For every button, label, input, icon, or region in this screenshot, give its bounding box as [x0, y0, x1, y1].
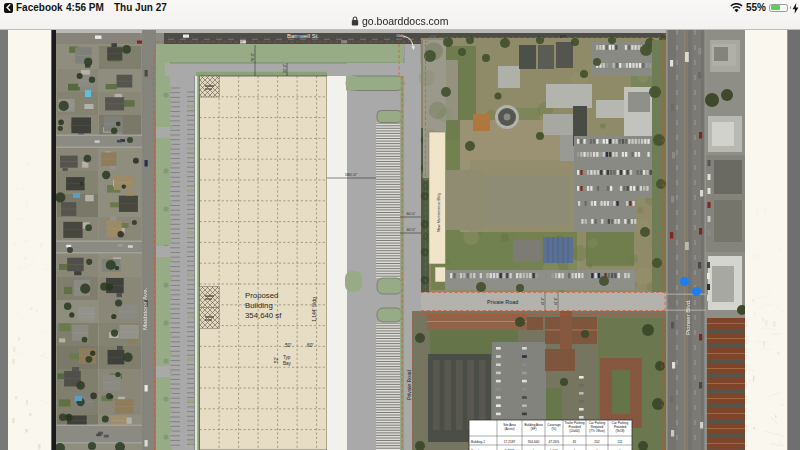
svg-text:Typ: Typ [283, 355, 291, 360]
svg-text:50': 50' [285, 342, 292, 348]
svg-text:(7% Office): (7% Office) [589, 429, 604, 433]
svg-text:202: 202 [594, 440, 600, 444]
svg-text:Barnwell St.: Barnwell St. [287, 33, 319, 39]
svg-text:Building: Building [245, 301, 273, 310]
svg-text:32'-0": 32'-0" [283, 63, 287, 73]
svg-text:354,640: 354,640 [528, 440, 540, 444]
svg-text:(%): (%) [552, 427, 557, 431]
svg-text:211: 211 [617, 440, 622, 444]
svg-text:(SF): (SF) [530, 427, 536, 431]
svg-text:Only: Only [397, 34, 405, 38]
svg-text:17.2187: 17.2187 [504, 440, 516, 444]
svg-text:Proposed: Proposed [245, 291, 278, 300]
svg-text:(9x18): (9x18) [616, 429, 625, 433]
svg-text:354,640 sf: 354,640 sf [245, 311, 282, 320]
svg-text:Building 1: Building 1 [471, 440, 485, 444]
svg-text:(Acres): (Acres) [505, 427, 515, 431]
svg-text:52': 52' [274, 357, 279, 363]
svg-text:41'-0": 41'-0" [541, 297, 545, 305]
svg-text:1,144' Bldg: 1,144' Bldg [311, 297, 317, 322]
svg-text:41'-0": 41'-0" [554, 297, 558, 305]
svg-text:Private Road: Private Road [406, 370, 412, 400]
svg-text:47.26%: 47.26% [549, 440, 560, 444]
svg-text:Pioneer Blvd.: Pioneer Blvd. [685, 299, 691, 335]
svg-text:Maidstone Ave.: Maidstone Ave. [141, 288, 148, 330]
svg-text:Bay: Bay [283, 361, 292, 366]
svg-text:60'-0": 60'-0" [406, 212, 416, 216]
svg-text:81: 81 [573, 440, 577, 444]
svg-text:(10x60): (10x60) [569, 429, 580, 433]
svg-text:40'-0": 40'-0" [406, 228, 416, 232]
svg-text:Private Road: Private Road [487, 299, 518, 305]
svg-text:New Maintenance Bldg: New Maintenance Bldg [437, 193, 441, 232]
svg-text:60': 60' [307, 342, 314, 348]
svg-text:76'-0": 76'-0" [251, 52, 255, 62]
svg-text:180'-0": 180'-0" [345, 172, 358, 177]
